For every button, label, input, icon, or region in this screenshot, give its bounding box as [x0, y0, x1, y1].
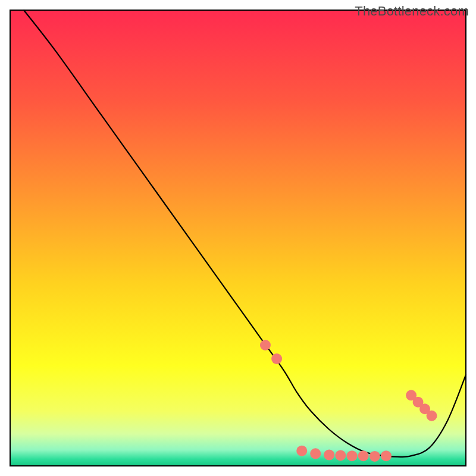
plot-background: [10, 10, 466, 466]
marker-dot: [324, 450, 334, 461]
marker-dot: [381, 450, 392, 461]
marker-dot: [358, 450, 369, 461]
marker-dot: [310, 448, 321, 459]
marker-dot: [296, 446, 307, 456]
bottleneck-chart: [0, 0, 476, 476]
watermark-text: TheBottleneck.com: [355, 4, 469, 19]
marker-dot: [260, 340, 271, 350]
marker-dot: [271, 353, 282, 364]
chart-container: TheBottleneck.com: [0, 0, 476, 476]
marker-dot: [347, 450, 358, 461]
marker-dot: [369, 451, 380, 462]
marker-dot: [335, 450, 346, 461]
marker-dot: [427, 411, 437, 421]
